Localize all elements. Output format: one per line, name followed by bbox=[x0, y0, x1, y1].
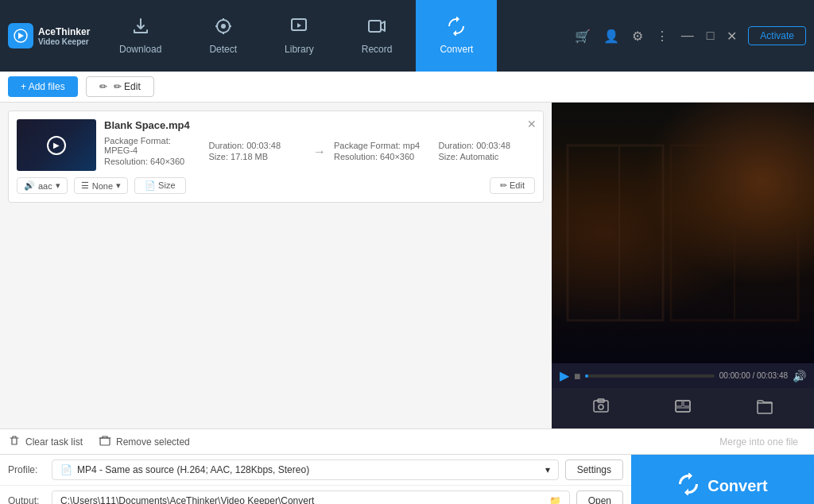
output-label: Output: bbox=[8, 495, 52, 504]
settings-icon[interactable]: ⚙ bbox=[629, 27, 646, 45]
output-row: Output: C:\Users\111\Documents\AceThinke… bbox=[0, 486, 631, 504]
target-resolution: Resolution: 640×360 bbox=[334, 152, 431, 161]
source-resolution: Resolution: 640×360 bbox=[104, 157, 201, 166]
svg-point-12 bbox=[599, 405, 603, 409]
progress-fill bbox=[585, 374, 587, 378]
tab-convert[interactable]: Convert bbox=[416, 0, 497, 72]
remove-label: Remove selected bbox=[116, 436, 190, 448]
app-logo-icon bbox=[8, 23, 33, 48]
file-meta-target: Package Format: mp4 Resolution: 640×360 bbox=[334, 141, 431, 163]
play-button[interactable]: ▶ bbox=[560, 368, 569, 383]
tab-detect[interactable]: Detect bbox=[185, 0, 261, 72]
detect-icon bbox=[214, 17, 233, 41]
source-size: Size: 17.18 MB bbox=[209, 152, 306, 161]
gallery-icon[interactable] bbox=[671, 394, 695, 422]
thumbnail-play-button[interactable]: ▶ bbox=[47, 136, 66, 155]
arrow-icon: → bbox=[313, 145, 326, 159]
preview-actions bbox=[552, 388, 814, 428]
output-path-value: C:\Users\111\Documents\AceThinker\Video … bbox=[60, 495, 549, 504]
thumbnail-image: ▶ bbox=[17, 119, 96, 171]
profile-row: Profile: 📄 MP4 - Same as source (H.264; … bbox=[0, 455, 631, 486]
record-icon bbox=[367, 17, 386, 41]
tab-detect-label: Detect bbox=[209, 44, 237, 55]
svg-point-2 bbox=[221, 24, 226, 29]
edit-file-icon: ✏ bbox=[500, 180, 507, 190]
main-content: ✕ ▶ Blank Space.mp4 Package Format: MPEG… bbox=[0, 103, 814, 428]
tab-library[interactable]: Library bbox=[261, 0, 338, 72]
close-file-button[interactable]: ✕ bbox=[527, 118, 537, 130]
profile-doc-icon: 📄 bbox=[60, 464, 72, 475]
app-name: AceThinker bbox=[38, 26, 90, 37]
minimize-button[interactable]: — bbox=[678, 27, 697, 45]
remove-selected-button[interactable]: Remove selected bbox=[99, 434, 190, 449]
size-icon: 📄 bbox=[145, 180, 156, 190]
screenshot-icon[interactable] bbox=[589, 394, 613, 422]
convert-button[interactable]: Convert bbox=[631, 462, 814, 504]
profile-select[interactable]: 📄 MP4 - Same as source (H.264; AAC, 128K… bbox=[52, 459, 559, 480]
profile-chevron: ▾ bbox=[545, 464, 550, 475]
tab-record[interactable]: Record bbox=[338, 0, 417, 72]
target-duration: Duration: 00:03:48 bbox=[439, 141, 536, 150]
clear-task-button[interactable]: Clear task list bbox=[8, 434, 83, 449]
convert-icon bbox=[447, 17, 466, 41]
audio-codec-value: aac bbox=[38, 181, 52, 191]
time-display: 00:00:00 / 00:03:48 bbox=[719, 371, 788, 380]
source-duration: Duration: 00:03:48 bbox=[209, 141, 306, 150]
edit-file-button[interactable]: ✏ Edit bbox=[490, 177, 535, 194]
add-files-button[interactable]: + Add files bbox=[8, 76, 78, 97]
convert-btn-icon bbox=[677, 473, 700, 499]
target-size: Size: Automatic bbox=[439, 152, 536, 161]
menu-icon[interactable]: ⋮ bbox=[653, 27, 672, 45]
app-name-block: AceThinker Video Keeper bbox=[38, 26, 90, 46]
user-icon[interactable]: 👤 bbox=[600, 27, 622, 45]
app-subtitle: Video Keeper bbox=[38, 37, 90, 46]
volume-icon[interactable]: 🔊 bbox=[793, 370, 806, 382]
file-meta-source: Package Format: MPEG-4 Resolution: 640×3… bbox=[104, 136, 201, 168]
effect-value: None bbox=[92, 181, 113, 191]
stop-button[interactable]: ■ bbox=[574, 370, 580, 382]
tab-library-label: Library bbox=[285, 44, 314, 55]
edit-icon: ✏ bbox=[99, 81, 107, 92]
folder-icon[interactable] bbox=[753, 394, 777, 422]
effect-icon: ☰ bbox=[81, 180, 89, 191]
convert-btn-label: Convert bbox=[707, 477, 768, 495]
target-package-format: Package Format: mp4 bbox=[334, 141, 431, 150]
output-convert-section: Profile: 📄 MP4 - Same as source (H.264; … bbox=[0, 454, 814, 504]
cart-icon[interactable]: 🛒 bbox=[572, 27, 594, 45]
clear-icon bbox=[8, 434, 21, 449]
audio-icon: 🔊 bbox=[24, 180, 35, 191]
preview-video bbox=[552, 103, 814, 363]
close-button[interactable]: ✕ bbox=[723, 27, 740, 45]
download-icon bbox=[131, 17, 150, 41]
open-button[interactable]: Open bbox=[576, 490, 623, 504]
title-bar: AceThinker Video Keeper Download Detect bbox=[0, 0, 814, 72]
profile-value: MP4 - Same as source (H.264; AAC, 128Kbp… bbox=[77, 464, 545, 475]
file-controls: 🔊 aac ▾ ☰ None ▾ 📄 Size ✏ Edit bbox=[17, 177, 535, 194]
output-path[interactable]: C:\Users\111\Documents\AceThinker\Video … bbox=[52, 490, 570, 504]
tab-convert-label: Convert bbox=[440, 44, 473, 55]
profile-output-panel: Profile: 📄 MP4 - Same as source (H.264; … bbox=[0, 455, 631, 504]
svg-rect-14 bbox=[676, 401, 682, 406]
effect-chevron: ▾ bbox=[116, 180, 121, 191]
maximize-button[interactable]: □ bbox=[704, 27, 718, 45]
library-icon bbox=[289, 17, 308, 41]
file-thumbnail: ▶ bbox=[17, 119, 96, 171]
tab-download-label: Download bbox=[119, 44, 161, 55]
svg-rect-4 bbox=[369, 21, 381, 32]
size-button[interactable]: 📄 Size bbox=[134, 177, 185, 194]
audio-codec-select[interactable]: 🔊 aac ▾ bbox=[17, 177, 68, 194]
toolbar: + Add files ✏ ✏ Edit bbox=[0, 72, 814, 103]
svg-rect-6 bbox=[568, 145, 663, 320]
edit-button[interactable]: ✏ ✏ Edit bbox=[86, 76, 154, 97]
tab-download[interactable]: Download bbox=[95, 0, 185, 72]
file-info: Blank Space.mp4 Package Format: MPEG-4 R… bbox=[104, 119, 535, 171]
folder-browse-icon: 📁 bbox=[549, 495, 561, 504]
progress-bar[interactable] bbox=[585, 374, 714, 378]
file-meta-row: Package Format: MPEG-4 Resolution: 640×3… bbox=[104, 136, 535, 168]
file-name: Blank Space.mp4 bbox=[104, 119, 535, 131]
activate-button[interactable]: Activate bbox=[748, 26, 806, 45]
effect-select[interactable]: ☰ None ▾ bbox=[74, 177, 128, 194]
preview-panel: ▶ ■ 00:00:00 / 00:03:48 🔊 bbox=[552, 103, 814, 428]
file-meta-target-2: Duration: 00:03:48 Size: Automatic bbox=[439, 141, 536, 163]
settings-button[interactable]: Settings bbox=[565, 459, 623, 480]
